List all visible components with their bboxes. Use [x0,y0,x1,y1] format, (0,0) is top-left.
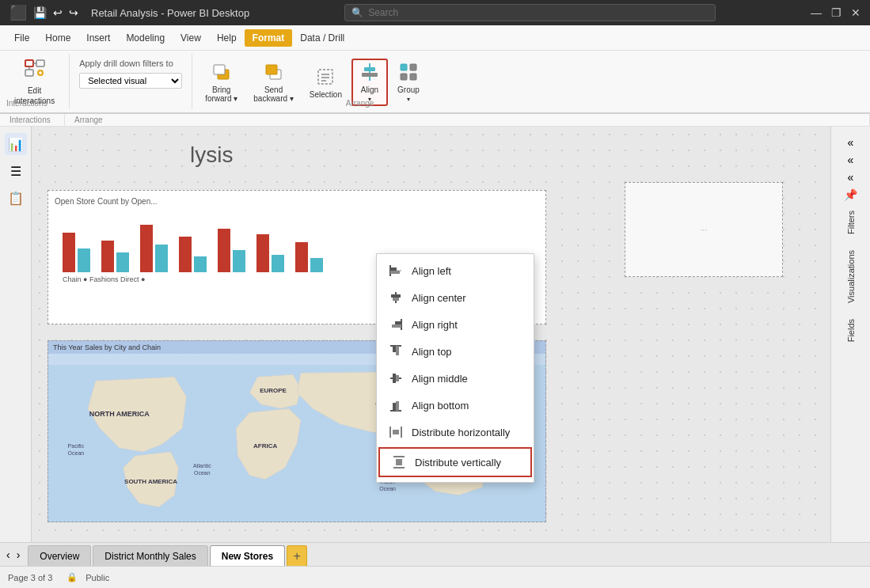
drill-select[interactable]: Selected visual [79,73,182,89]
svg-text:SOUTH AMERICA: SOUTH AMERICA [124,478,177,485]
align-dropdown[interactable]: Align left Align center [376,253,534,483]
send-backward-button[interactable]: Send backward ▾ [247,59,300,106]
align-left-label: Align left [412,265,451,277]
bring-forward-button[interactable]: Bring forward ▾ [199,59,244,106]
distribute-horizontally-item[interactable]: Distribute horizontally [377,419,534,446]
title-bar-title: Retail Analysis - Power BI Desktop [91,7,249,19]
menu-home[interactable]: Home [37,29,78,47]
distribute-vertically-item[interactable]: Distribute vertically [378,447,532,477]
menu-file[interactable]: File [6,29,37,47]
align-right-icon [388,317,404,332]
menu-format[interactable]: Format [245,29,293,47]
menu-view[interactable]: View [173,29,209,47]
align-middle-item[interactable]: Align middle [377,365,534,392]
tab-overview[interactable]: Overview [28,545,91,566]
canvas-area: lysis Open Store Count by Open... [32,127,830,542]
report-view-icon[interactable]: 📊 [5,133,27,155]
svg-text:Ocean: Ocean [68,450,85,456]
search-input[interactable] [368,7,709,18]
title-bar-undo-icon[interactable]: ↩ [53,6,63,19]
prev-page-button[interactable]: ‹ [6,548,10,561]
visibility-status: Public [85,573,109,582]
minimize-button[interactable]: — [811,6,822,19]
next-page-button[interactable]: › [17,548,21,561]
bar-12 [272,255,284,272]
search-box[interactable]: 🔍 [344,4,716,21]
bar-14 [310,258,323,272]
align-right-item[interactable]: Align right [377,311,534,338]
label-interactions: Interactions [0,114,65,126]
menu-insert[interactable]: Insert [78,29,118,47]
window-controls: — ❐ ✕ [811,6,861,19]
group-button[interactable]: Group ▾ [391,59,426,106]
svg-rect-19 [401,64,407,70]
svg-rect-54 [396,346,399,355]
distribute-vertically-icon [391,454,407,470]
svg-rect-2 [25,70,33,76]
fields-label[interactable]: Fields [843,313,859,348]
align-top-item[interactable]: Align top [377,338,534,365]
menu-help[interactable]: Help [209,29,245,47]
lock-icon: 🔒 [66,572,78,582]
align-right-label: Align right [412,319,458,331]
interactions-section-label: Interactions [6,99,47,108]
tab-new-stores[interactable]: New Stores [210,545,285,566]
align-center-label: Align center [412,292,466,304]
bar-13 [295,242,308,272]
selection-button[interactable]: Selection [303,59,348,106]
model-view-icon[interactable]: 📋 [5,187,27,209]
align-bottom-item[interactable]: Align bottom [377,392,534,419]
status-bar: Page 3 of 3 🔒 Public [0,566,870,588]
add-tab-button[interactable]: + [287,545,307,566]
table-view-icon[interactable]: ☰ [5,160,27,182]
svg-text:Ocean: Ocean [194,470,211,476]
arrange-section: Bring forward ▾ Send backward ▾ [192,54,432,109]
svg-text:AFRICA: AFRICA [253,442,277,450]
app-icon: ⬛ [9,4,27,21]
small-chart-box[interactable]: ··· [625,182,783,277]
svg-rect-17 [364,67,375,71]
drill-section: Apply drill down filters to Selected vis… [70,54,192,109]
group-icon [398,62,419,84]
svg-rect-56 [393,374,396,383]
collapse-icon-1[interactable]: « [848,136,854,149]
title-bar-save-icon[interactable]: 💾 [33,6,47,19]
pin-icon[interactable]: 📌 [844,188,857,201]
edit-interactions-button[interactable]: Edit interactions [9,58,59,105]
collapse-icon-2[interactable]: « [848,154,854,166]
align-bottom-icon [388,397,404,413]
filters-label[interactable]: Filters [843,204,859,241]
selection-icon [315,66,336,89]
menu-modeling[interactable]: Modeling [118,29,173,47]
svg-rect-20 [410,64,416,70]
group-label: Group [397,85,420,94]
menu-data-drill[interactable]: Data / Drill [292,29,352,47]
ribbon-label-bar: Interactions Arrange [0,114,870,127]
align-middle-label: Align middle [412,373,468,385]
svg-rect-59 [393,403,396,411]
svg-rect-21 [401,74,407,80]
menu-bar: File Home Insert Modeling View Help Form… [0,25,870,51]
chart-title: lysis [190,142,233,168]
svg-rect-18 [362,73,378,77]
bar-9 [218,229,230,272]
align-left-item[interactable]: Align left [377,257,534,284]
align-center-item[interactable]: Align center [377,284,534,311]
close-button[interactable]: ✕ [851,6,861,19]
maximize-button[interactable]: ❐ [831,6,842,19]
bar-5 [140,225,153,272]
svg-text:Ocean: Ocean [379,486,396,491]
bar-11 [256,234,269,272]
tab-district-monthly-sales[interactable]: District Monthly Sales [93,545,207,566]
bar-chart-label: Open Store Count by Open... [55,197,539,206]
visualizations-label[interactable]: Visualizations [843,244,859,309]
collapse-icon-3[interactable]: « [848,171,854,184]
group-chevron: ▾ [407,96,410,103]
svg-rect-63 [393,430,399,434]
align-bottom-label: Align bottom [412,400,469,412]
main-area: 📊 ☰ 📋 lysis Open Store Count by Open... [0,127,870,542]
title-bar-redo-icon[interactable]: ↪ [69,6,78,19]
distribute-horizontally-icon [388,424,404,440]
small-chart-placeholder: ··· [625,183,782,276]
svg-rect-53 [393,346,396,352]
